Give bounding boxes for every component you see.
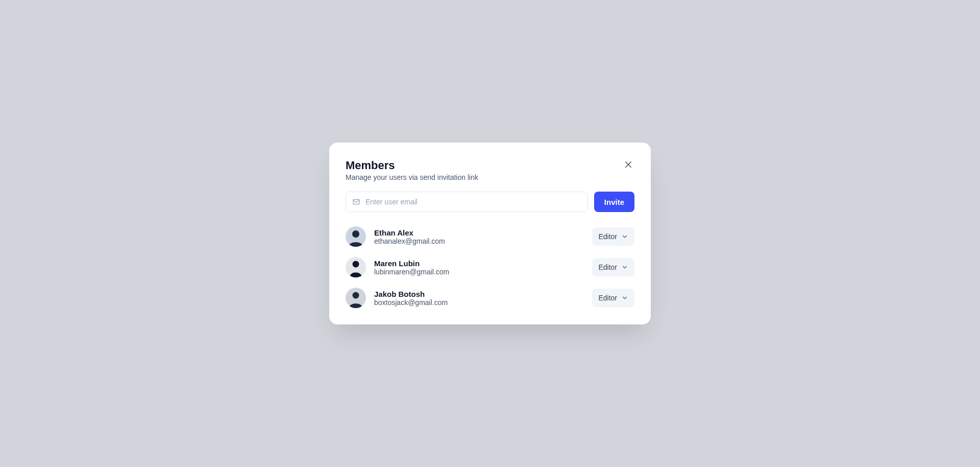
member-row: Maren Lubin lubinmaren@gmail.com Editor <box>346 257 634 277</box>
member-email: boxtosjack@gmail.com <box>374 298 448 307</box>
svg-point-6 <box>353 261 359 268</box>
member-info: Maren Lubin lubinmaren@gmail.com <box>374 259 449 276</box>
member-email: lubinmaren@gmail.com <box>374 268 449 276</box>
avatar <box>346 226 366 247</box>
chevron-down-icon <box>621 294 628 301</box>
role-label: Editor <box>598 294 617 302</box>
member-left: Ethan Alex ethanalex@gmail.com <box>346 226 445 247</box>
avatar <box>346 288 366 308</box>
svg-point-4 <box>352 230 359 238</box>
member-info: Jakob Botosh boxtosjack@gmail.com <box>374 290 448 307</box>
role-label: Editor <box>598 263 617 271</box>
svg-point-8 <box>353 292 359 299</box>
avatar <box>346 257 366 277</box>
members-modal: Members Manage your users via send invit… <box>329 143 651 324</box>
member-row: Ethan Alex ethanalex@gmail.com Editor <box>346 226 634 247</box>
header-text-block: Members Manage your users via send invit… <box>346 159 478 181</box>
role-label: Editor <box>598 232 617 241</box>
member-left: Maren Lubin lubinmaren@gmail.com <box>346 257 449 277</box>
close-icon <box>624 160 633 171</box>
email-input-wrapper[interactable] <box>346 192 588 212</box>
modal-subtitle: Manage your users via send invitation li… <box>346 173 478 181</box>
member-name: Ethan Alex <box>374 228 445 237</box>
mail-icon <box>352 198 360 206</box>
member-list: Ethan Alex ethanalex@gmail.com Editor <box>346 226 634 308</box>
member-info: Ethan Alex ethanalex@gmail.com <box>374 228 445 245</box>
member-email: ethanalex@gmail.com <box>374 237 445 245</box>
member-left: Jakob Botosh boxtosjack@gmail.com <box>346 288 448 308</box>
member-name: Maren Lubin <box>374 259 449 268</box>
invite-row: Invite <box>346 192 634 212</box>
modal-header: Members Manage your users via send invit… <box>346 159 634 181</box>
chevron-down-icon <box>621 264 628 271</box>
member-name: Jakob Botosh <box>374 290 448 298</box>
close-button[interactable] <box>622 159 634 171</box>
email-input[interactable] <box>365 198 581 206</box>
role-selector[interactable]: Editor <box>592 289 634 307</box>
modal-title: Members <box>346 159 478 172</box>
chevron-down-icon <box>621 233 628 240</box>
member-row: Jakob Botosh boxtosjack@gmail.com Editor <box>346 288 634 308</box>
role-selector[interactable]: Editor <box>592 258 634 276</box>
invite-button[interactable]: Invite <box>594 192 634 212</box>
role-selector[interactable]: Editor <box>592 227 634 246</box>
